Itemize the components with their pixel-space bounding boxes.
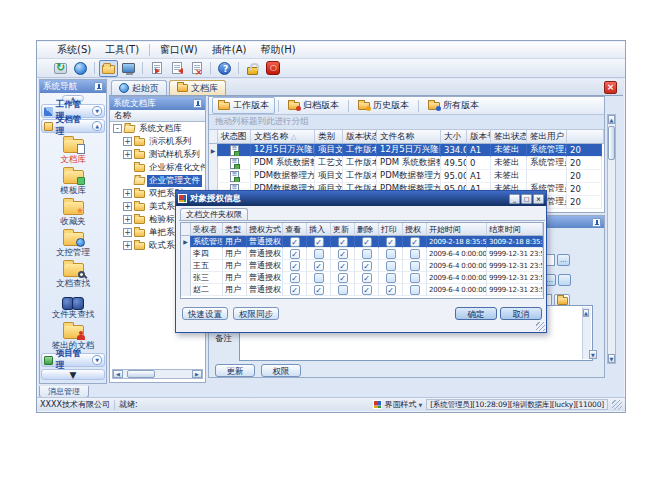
checkbox-checked[interactable] [314,261,324,271]
perm-column-header-授权方式[interactable]: 授权方式 [247,223,283,236]
version-button-所有版本[interactable]: 所有版本 [422,97,485,114]
grid-vertical-scrollbar[interactable]: ▲ ▼ [607,114,616,364]
expand-icon[interactable]: + [123,228,132,237]
sidebar-item-文档库[interactable]: 文档库 [40,135,106,166]
checkbox-checked[interactable] [338,273,348,283]
grid-column-header-大小[interactable]: 大小 [441,130,467,144]
permission-row-系统管理员[interactable]: 系统管理员用户普通授权2009-2-18 8:35:573009-2-18 8:… [181,236,543,248]
checkbox-checked[interactable] [314,237,324,247]
scroll-up-icon[interactable]: ▲ [583,309,589,317]
doc-send-button[interactable] [147,60,166,77]
tree-horizontal-scrollbar[interactable]: ◀ ▶ [112,369,203,379]
permission-sync-button[interactable]: 权限同步 [233,307,279,320]
tab-folder-permissions[interactable]: 文档文件夹权限 [180,208,248,220]
ui-style-dropdown[interactable]: 界面样式 ▼ [373,399,422,410]
power-button[interactable] [263,60,282,77]
expand-icon[interactable]: + [123,150,132,159]
grid-column-header-签出状态[interactable]: 签出状态 [491,130,527,144]
scroll-left-icon[interactable]: ◀ [113,370,123,378]
checkbox-checked[interactable] [386,285,396,295]
tree-item-系统文档库[interactable]: -系统文档库 [110,122,205,135]
checkbox-checked[interactable] [338,261,348,271]
checkbox-checked[interactable] [362,285,372,295]
version-button-历史版本[interactable]: 历史版本 [352,97,415,114]
tree-item-演示机系列[interactable]: +演示机系列 [110,135,205,148]
perm-column-header-受权者[interactable]: 受权者 [191,223,223,236]
scrollbar-thumb[interactable] [127,370,155,378]
menu-item-1[interactable]: 系统(S) [50,42,98,58]
scroll-up-icon[interactable]: ▲ [608,115,615,124]
checkbox-checked[interactable] [290,273,300,283]
help-button[interactable] [215,60,234,77]
checkbox-checked[interactable] [362,261,372,271]
close-tab-icon[interactable]: × [604,81,617,94]
grid-column-header-版本号[interactable]: 版本号 [467,130,491,144]
pin-icon[interactable] [592,218,601,227]
checkbox-unchecked[interactable] [362,249,372,259]
chevron-up-icon[interactable]: ▲ [92,121,102,131]
table-row[interactable]: PDM数据整理方案.doc项目文档工作版本PDM数据整理方案.doc95.00K… [209,170,604,183]
tree-column-header[interactable]: 名称 [110,110,205,122]
table-row[interactable]: PDM 系统数据整理检...工艺文档工作版本PDM 系统数据整理...49.50… [209,157,604,170]
monitor-button[interactable] [119,60,138,77]
open-folder-button[interactable] [99,60,118,77]
checkbox-unchecked[interactable] [410,261,420,271]
sidebar-collapsed-strip[interactable]: ▼ [41,369,105,380]
checkbox-unchecked[interactable] [386,273,396,283]
doc-delete-button[interactable] [187,60,206,77]
checkbox-unchecked[interactable] [338,285,348,295]
checkbox-unchecked[interactable] [410,249,420,259]
minimize-icon[interactable]: _ [509,194,520,204]
sidebar-panel-doc[interactable]: 文档管理 ▲ [41,119,105,133]
perm-column-header-查看[interactable]: 查看 [283,223,307,236]
checkbox-unchecked[interactable] [410,285,420,295]
grid-column-header-签出用户[interactable]: 签出用户 [527,130,567,144]
perm-column-header-结束时间[interactable]: 结束时间 [487,223,543,236]
scroll-down-icon[interactable]: ▼ [589,350,597,359]
version-button-工作版本[interactable]: 工作版本 [212,97,275,114]
expand-icon[interactable]: + [123,202,132,211]
expand-icon[interactable]: + [123,215,132,224]
sync-button[interactable] [51,60,70,77]
checkbox-checked[interactable] [362,237,372,247]
tree-item-企业管理文件[interactable]: 企业管理文件 [110,174,205,187]
cancel-button[interactable]: 取消 [500,307,542,320]
toolbar-grip[interactable] [43,62,46,74]
tab-document-library[interactable]: 文档库 [169,80,226,95]
grid-column-header-文件名称[interactable]: 文件名称 [377,130,441,144]
checkbox-checked[interactable] [386,237,396,247]
tab-start-page[interactable]: 起始页 [111,80,167,95]
sidebar-item-文档查找[interactable]: 文档查找 [40,259,106,290]
maximize-icon[interactable]: □ [521,194,532,204]
lock-button[interactable] [243,60,262,77]
pin-icon[interactable] [94,82,103,91]
checkbox-checked[interactable] [410,237,420,247]
scroll-down-icon[interactable]: ▼ [608,354,615,363]
group-by-bar[interactable]: 拖动列标题到此进行分组 [209,115,604,130]
menu-item-2[interactable]: 工具(T) [98,42,146,58]
expand-icon[interactable]: + [123,189,132,198]
checkbox-unchecked[interactable] [386,261,396,271]
perm-column-header-授权[interactable]: 授权 [403,223,427,236]
pin-icon[interactable] [193,99,202,108]
ellipsis-button[interactable]: … [557,254,570,266]
perm-column-header-更新[interactable]: 更新 [331,223,355,236]
menu-item-3[interactable]: 窗口(W) [153,42,205,58]
quick-setup-button[interactable]: 快速设置 [182,307,228,320]
dialog-resize-grip[interactable] [536,322,545,331]
chevron-down-icon[interactable]: ▼ [92,355,102,365]
checkbox-checked[interactable] [314,285,324,295]
expand-icon[interactable]: + [123,137,132,146]
tree-item-企业标准化文件[interactable]: 企业标准化文件 [110,161,205,174]
checkbox-checked[interactable] [290,237,300,247]
menubar-grip[interactable] [43,44,46,56]
checkbox-unchecked[interactable] [386,249,396,259]
globe-button[interactable] [71,60,90,77]
checkbox-checked[interactable] [338,237,348,247]
checkbox-checked[interactable] [290,261,300,271]
window-resize-grip[interactable] [612,400,622,410]
grid-column-header-类别[interactable]: 类别 [315,130,343,144]
tree-item-测试样机系列[interactable]: +测试样机系列 [110,148,205,161]
perm-column-header-类型[interactable]: 类型 [223,223,247,236]
doc-receive-button[interactable] [167,60,186,77]
